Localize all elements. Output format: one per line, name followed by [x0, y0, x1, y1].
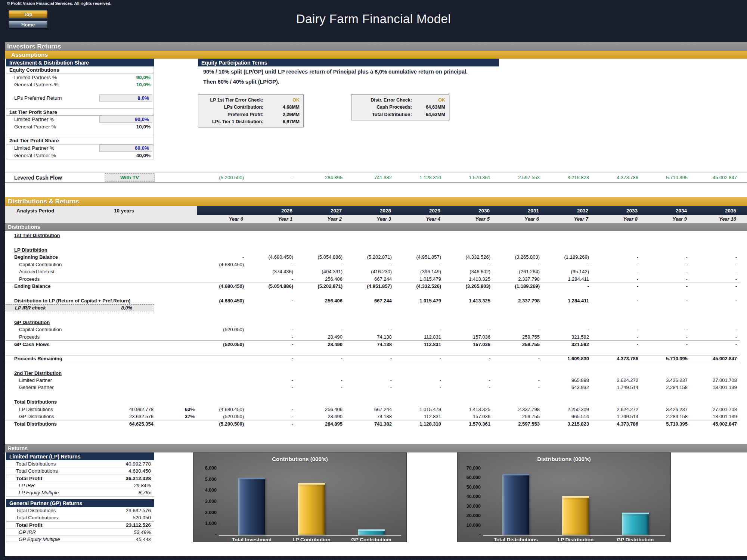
value-cell: (346.602) [444, 269, 493, 274]
assumption-label: Limited Partner % [6, 145, 99, 151]
value-cell: 5.710.395 [641, 421, 691, 427]
row-label: General Partner [6, 385, 103, 390]
lp-returns-panel: Limited Partner (LP) Returns Total Distr… [6, 452, 154, 497]
returns-row-value: 520.050 [133, 515, 154, 520]
value-cell: - [641, 276, 691, 282]
row-percent-cell: 37% [156, 414, 198, 419]
value-cell: - [296, 385, 345, 390]
value-cell: - [444, 385, 493, 390]
year-header-cell: 2030 [443, 208, 493, 214]
error-box-row: Distr. Error Check:OK [351, 96, 449, 104]
assumption-row: General Partner %10,0% [6, 123, 154, 131]
value-cell: - [395, 385, 444, 390]
value-cell: (5.054.886) [296, 254, 345, 260]
value-cell: (261.264) [493, 269, 543, 274]
year-label-cell: Year 0 [197, 216, 246, 222]
year-header-cell: 2034 [641, 208, 690, 214]
distributions-chart: Distributions (000's)70.00060.00050.0004… [457, 452, 671, 542]
value-cell: - [444, 356, 493, 361]
error-box-value: 6,97MM [263, 119, 303, 124]
chart-bar-teal [358, 529, 385, 535]
value-cell: (4.332.526) [444, 254, 493, 260]
assumption-label: LPs Preferred Return [6, 95, 99, 101]
value-cell: (404.391) [296, 269, 345, 274]
worksheet: Investors Returns Assumptions Investment… [5, 42, 747, 556]
section-bar-returns: Returns [5, 444, 747, 452]
equity-terms-header: Equity Participation Terms [198, 59, 499, 66]
returns-row-label: Total Contributions [6, 515, 133, 520]
row-total-cell: 40.992.778 [103, 407, 156, 412]
value-cell: 2.250.309 [543, 407, 592, 412]
error-box-row: Cash Proceeds:64,63MM [351, 104, 449, 111]
returns-row-value: 52,49% [134, 529, 154, 535]
value-cell: - [543, 262, 592, 267]
analysis-period-block: Analysis Period 10 years 202620272028202… [5, 206, 747, 223]
value-cell: 667.244 [345, 298, 395, 304]
assumption-row: General Partner %40,0% [6, 152, 154, 159]
value-cell: - [345, 356, 395, 361]
value-cell: 112.831 [395, 342, 444, 347]
assumption-label: Limited Partner % [6, 116, 99, 122]
value-cell: - [345, 262, 395, 267]
year-label-cell: Year 6 [493, 216, 542, 222]
returns-row-value: 29,84% [134, 483, 154, 488]
investment-distribution-panel: Investment & Distribution Share Equity C… [6, 59, 154, 159]
returns-row-label: LP Equity Multiple [6, 490, 139, 495]
table-row: General Partner------643.9321.749.5142.2… [6, 384, 740, 391]
assumption-row: 1st Tier Profit Share [6, 108, 154, 116]
value-cell: 259.755 [493, 334, 543, 340]
returns-row-value: 23.112.526 [126, 522, 154, 528]
section-bar-distributions: Distributions [5, 223, 747, 231]
x-axis-category-label: Total Investment [218, 537, 285, 542]
gp-returns-rows: Total Distributions23.632.576Total Contr… [6, 507, 154, 543]
year-header-cell: 2029 [394, 208, 443, 214]
section-bar-investors-returns: Investors Returns [5, 42, 747, 51]
table-gap-row [5, 391, 747, 398]
lp-returns-rows: Total Distributions40.992.778Total Contr… [6, 460, 154, 496]
assumption-input-field[interactable]: 8,0% [99, 94, 152, 102]
assumption-input-field[interactable]: 90,0% [99, 116, 152, 123]
value-cell: 1.609.830 [543, 356, 592, 361]
analysis-period-label: Analysis Period [5, 208, 103, 214]
assumption-row: Limited Partner %90,0% [6, 116, 154, 123]
value-cell: 18.001.139 [691, 385, 740, 390]
x-axis-category-label: GP Contributiom [338, 537, 405, 542]
value-cell: (396.149) [395, 269, 444, 274]
value-cell: (5.200.500) [198, 421, 247, 427]
table-row: Proceeds-28.49074.138112.831157.036259.7… [6, 333, 740, 340]
with-tv-selector[interactable]: With TV [105, 173, 154, 182]
error-box-label: LP 1st Tier Error Check: [198, 97, 263, 103]
x-axis-category-label: LP Contribution [278, 537, 345, 542]
value-cell: 112.831 [395, 414, 444, 419]
value-cell: 1.015.479 [395, 298, 444, 304]
value-cell: - [296, 377, 345, 383]
row-label: LP Distribition [6, 247, 103, 253]
value-cell: 2.284.158 [641, 414, 691, 419]
value-cell: 741.382 [345, 421, 395, 427]
x-axis-category-label: LP Distribution [542, 537, 609, 542]
error-box-label: Cash Proceeds: [351, 105, 412, 110]
year-header-cell: 2032 [542, 208, 591, 214]
spacer-row [6, 88, 154, 94]
value-cell: 4.373.786 [592, 356, 641, 361]
gp-returns-header: General Partner (GP) Returns [6, 499, 154, 507]
table-gap-row [5, 290, 747, 297]
returns-row: Total Distributions23.632.576 [6, 507, 154, 514]
table-row: Capital Contribution(520.050)---------- [6, 326, 740, 333]
table-row: 1st Tier Distribution [6, 232, 740, 239]
levered-value-cell: 5.710.395 [641, 175, 691, 180]
chart-bar-navy [238, 477, 265, 535]
assumption-input-field[interactable]: 60,0% [99, 144, 152, 152]
returns-row-label: Total Profit [6, 476, 125, 481]
returns-row-value: 45,44x [136, 536, 154, 542]
value-cell: 1.284.411 [543, 276, 592, 282]
row-label: Beginning Balance [6, 254, 103, 260]
y-axis-tick-label: 60.000 [459, 475, 481, 480]
value-cell: 2.337.798 [493, 298, 543, 304]
error-box-row: LPs Contribution:4,68MM [198, 104, 303, 111]
value-cell: 965.898 [543, 377, 592, 383]
value-cell: - [691, 283, 740, 289]
value-cell: 1.749.514 [592, 385, 641, 390]
returns-row: LP Equity Multiple8,76x [6, 489, 154, 496]
y-axis-tick-label: 5.000 [195, 477, 217, 482]
